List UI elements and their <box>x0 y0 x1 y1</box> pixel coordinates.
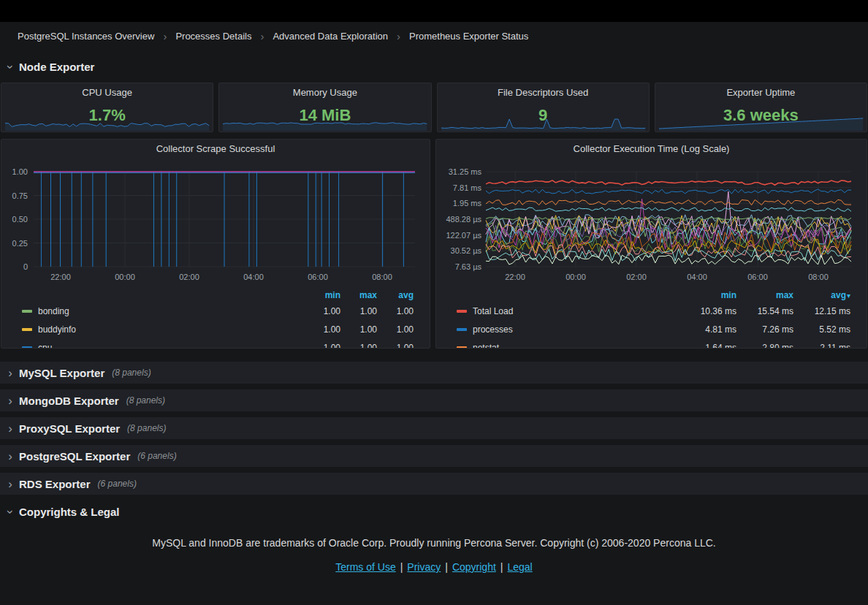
svg-text:00:00: 00:00 <box>115 273 135 281</box>
legend-row-bonding: bonding 1.00 1.00 1.00 <box>22 302 414 320</box>
panel-title[interactable]: Collector Execution Time (Log Scale) <box>436 140 867 159</box>
svg-text:02:00: 02:00 <box>179 273 199 281</box>
legend-avg-value: 1.00 <box>377 306 414 316</box>
svg-text:22:00: 22:00 <box>50 273 71 281</box>
stat-panel-memory-usage: Memory Usage 14 MiB <box>218 83 431 132</box>
section-title: Node Exporter <box>19 61 94 73</box>
row-header-proxysql-exporter[interactable]: › ProxySQL Exporter (8 panels) <box>0 417 868 439</box>
legend-min-value: 1.00 <box>304 324 340 335</box>
stat-panels-row: CPU Usage 1.7% Memory Usage 14 MiB File … <box>0 83 868 132</box>
panel-title[interactable]: Memory Usage <box>219 83 430 102</box>
panel-count: (6 panels) <box>98 479 137 489</box>
legend-col-max[interactable]: max <box>340 290 377 300</box>
svg-text:0.75: 0.75 <box>12 191 28 200</box>
legend-avg-value: 12.15 ms <box>793 306 850 316</box>
legend-series-toggle[interactable]: bonding <box>22 306 304 316</box>
panel-title[interactable]: Collector Scrape Successful <box>1 140 430 159</box>
row-header-postgresql-exporter[interactable]: › PostgreSQL Exporter (6 panels) <box>0 445 868 467</box>
privacy-link[interactable]: Privacy <box>407 561 441 573</box>
chevron-down-icon: › <box>4 507 17 516</box>
breadcrumb-item-processes[interactable]: Processes Details <box>175 31 251 42</box>
legal-link[interactable]: Legal <box>507 561 532 573</box>
panel-title[interactable]: Exporter Uptime <box>655 83 867 102</box>
legend-col-min[interactable]: min <box>304 290 340 300</box>
sparkline <box>2 116 212 131</box>
legend-col-max[interactable]: max <box>736 290 793 300</box>
panel-count: (8 panels) <box>127 423 166 433</box>
chevron-right-icon: › <box>6 478 15 490</box>
svg-text:06:00: 06:00 <box>747 273 768 281</box>
legend-avg-value: 2.11 ms <box>793 343 850 349</box>
panel-title[interactable]: CPU Usage <box>1 83 213 102</box>
section-title: MySQL Exporter <box>19 367 104 379</box>
stat-panel-cpu-usage: CPU Usage 1.7% <box>1 83 213 132</box>
series-color-dash <box>22 346 32 349</box>
section-title: ProxySQL Exporter <box>19 422 120 435</box>
legend-row-cpu: cpu 1.00 1.00 1.00 <box>22 338 414 349</box>
legend-series-toggle[interactable]: cpu <box>22 343 304 349</box>
legend-max-value: 7.26 ms <box>736 324 793 335</box>
chevron-down-icon: › <box>4 62 17 71</box>
svg-text:31.25 ms: 31.25 ms <box>449 167 482 176</box>
row-header-rds-exporter[interactable]: › RDS Exporter (6 panels) <box>0 473 868 495</box>
panel-count: (8 panels) <box>112 368 151 378</box>
breadcrumb-item-advanced[interactable]: Advanced Data Exploration <box>273 31 388 42</box>
breadcrumb-item-overview[interactable]: PostgreSQL Instances Overview <box>18 31 154 42</box>
chart-panel-collector-scrape: Collector Scrape Successful 1.000.750.50… <box>1 139 430 349</box>
svg-text:22:00: 22:00 <box>505 273 525 281</box>
legend-series-toggle[interactable]: buddyinfo <box>22 324 304 335</box>
copyright-link[interactable]: Copyright <box>452 561 496 573</box>
graph-legend: min max avg bonding 1.00 1.00 1.00 buddy… <box>1 289 430 349</box>
svg-text:122.07 µs: 122.07 µs <box>446 231 481 240</box>
svg-text:30.52 µs: 30.52 µs <box>451 246 482 255</box>
legend-max-value: 15.54 ms <box>736 306 793 316</box>
link-separator: | <box>500 561 503 573</box>
svg-text:08:00: 08:00 <box>808 273 829 281</box>
svg-text:08:00: 08:00 <box>372 273 392 281</box>
sort-caret-icon: ▾ <box>847 292 850 300</box>
scrape-successful-graph[interactable]: 1.000.750.500.25022:0000:0002:0004:0006:… <box>1 159 430 287</box>
svg-text:0.50: 0.50 <box>12 215 28 224</box>
legend-col-avg[interactable]: avg <box>377 290 414 300</box>
breadcrumb: PostgreSQL Instances Overview › Processe… <box>0 22 868 50</box>
sparkline <box>438 116 648 131</box>
row-header-copyrights-legal[interactable]: › Copyrights & Legal <box>0 501 868 522</box>
legend-min-value: 10.36 ms <box>679 306 736 316</box>
legend-avg-value: 1.00 <box>377 343 414 349</box>
legend-series-toggle[interactable]: netstat <box>457 343 679 349</box>
svg-text:04:00: 04:00 <box>687 273 707 281</box>
legend-series-toggle[interactable]: Total Load <box>457 306 679 316</box>
series-color-dash <box>457 328 467 331</box>
chart-panel-execution-time: Collector Execution Time (Log Scale) 31.… <box>435 139 867 349</box>
collapsed-rows: › MySQL Exporter (8 panels) › MongoDB Ex… <box>0 362 868 495</box>
section-title: RDS Exporter <box>19 478 91 490</box>
section-title: PostgreSQL Exporter <box>19 450 130 463</box>
legend-row-total-load: Total Load 10.36 ms 15.54 ms 12.15 ms <box>457 302 850 320</box>
breadcrumb-separator-icon: › <box>163 30 167 42</box>
legend-col-avg[interactable]: avg▾ <box>793 290 850 300</box>
row-header-node-exporter[interactable]: › Node Exporter <box>0 56 868 77</box>
legend-col-min[interactable]: min <box>679 290 736 300</box>
breadcrumb-item-exporter-status[interactable]: Prometheus Exporter Status <box>409 31 528 42</box>
copyright-text: MySQL and InnoDB are trademarks of Oracl… <box>0 537 868 549</box>
row-header-mysql-exporter[interactable]: › MySQL Exporter (8 panels) <box>0 362 868 384</box>
legend-max-value: 1.00 <box>340 306 377 316</box>
row-header-mongodb-exporter[interactable]: › MongoDB Exporter (8 panels) <box>0 389 868 411</box>
link-separator: | <box>445 561 448 573</box>
panel-title[interactable]: File Descriptors Used <box>438 83 649 102</box>
section-title: MongoDB Exporter <box>19 395 119 407</box>
graph-legend: min max avg▾ Total Load 10.36 ms 15.54 m… <box>436 289 867 349</box>
legend-max-value: 1.00 <box>340 324 377 335</box>
stat-panel-file-descriptors: File Descriptors Used 9 <box>437 83 650 132</box>
legend-series-toggle[interactable]: processes <box>457 324 679 335</box>
legend-avg-value: 1.00 <box>377 324 414 335</box>
execution-time-graph[interactable]: 31.25 ms7.81 ms1.95 ms488.28 µs122.07 µs… <box>436 159 867 287</box>
chevron-right-icon: › <box>6 422 15 435</box>
series-color-dash <box>22 310 32 313</box>
series-color-dash <box>457 310 467 313</box>
legend-min-value: 1.00 <box>304 306 340 316</box>
sparkline <box>220 116 430 131</box>
terms-of-use-link[interactable]: Terms of Use <box>335 561 395 573</box>
svg-text:02:00: 02:00 <box>626 273 647 281</box>
svg-text:04:00: 04:00 <box>243 273 264 281</box>
